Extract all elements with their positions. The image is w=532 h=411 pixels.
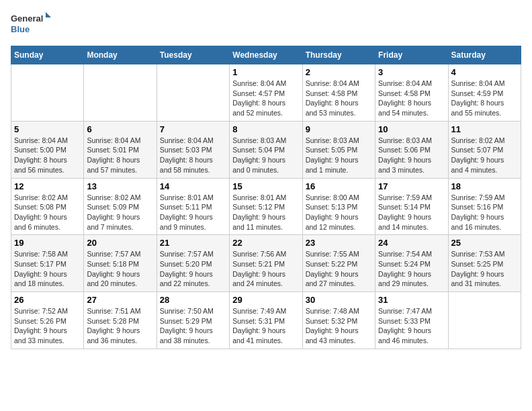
calendar-week-row: 5Sunrise: 8:04 AM Sunset: 5:00 PM Daylig… — [11, 121, 521, 178]
day-info: Sunrise: 7:58 AM Sunset: 5:17 PM Dayligh… — [14, 249, 81, 289]
calendar-cell: 1Sunrise: 8:04 AM Sunset: 4:57 PM Daylig… — [230, 64, 302, 122]
day-number: 23 — [306, 238, 372, 248]
day-info: Sunrise: 8:01 AM Sunset: 5:12 PM Dayligh… — [232, 193, 299, 232]
calendar-cell: 4Sunrise: 8:04 AM Sunset: 4:59 PM Daylig… — [448, 64, 521, 122]
day-info: Sunrise: 7:59 AM Sunset: 5:14 PM Dayligh… — [378, 193, 445, 232]
day-number: 15 — [232, 181, 299, 191]
weekday-header: Monday — [84, 46, 157, 64]
day-info: Sunrise: 8:04 AM Sunset: 4:58 PM Dayligh… — [378, 79, 445, 118]
day-number: 1 — [232, 67, 299, 77]
calendar-cell: 6Sunrise: 8:04 AM Sunset: 5:01 PM Daylig… — [84, 121, 157, 178]
day-number: 5 — [14, 124, 81, 134]
calendar-cell: 5Sunrise: 8:04 AM Sunset: 5:00 PM Daylig… — [11, 121, 84, 178]
day-info: Sunrise: 8:00 AM Sunset: 5:13 PM Dayligh… — [306, 193, 372, 232]
calendar-cell: 30Sunrise: 7:48 AM Sunset: 5:32 PM Dayli… — [302, 292, 375, 349]
day-info: Sunrise: 7:50 AM Sunset: 5:29 PM Dayligh… — [160, 306, 226, 346]
weekday-header: Thursday — [302, 46, 375, 64]
day-number: 17 — [378, 181, 445, 191]
svg-marker-2 — [46, 12, 51, 17]
day-number: 30 — [306, 295, 372, 305]
day-number: 4 — [451, 67, 518, 77]
day-number: 19 — [14, 238, 81, 248]
calendar-cell: 31Sunrise: 7:47 AM Sunset: 5:33 PM Dayli… — [375, 292, 448, 349]
day-info: Sunrise: 8:02 AM Sunset: 5:07 PM Dayligh… — [451, 136, 518, 175]
day-info: Sunrise: 7:47 AM Sunset: 5:33 PM Dayligh… — [378, 306, 445, 346]
calendar-cell: 18Sunrise: 7:59 AM Sunset: 5:16 PM Dayli… — [448, 178, 521, 235]
day-number: 20 — [87, 238, 153, 248]
day-number: 10 — [378, 124, 445, 134]
weekday-header: Wednesday — [230, 46, 302, 64]
calendar-cell: 21Sunrise: 7:57 AM Sunset: 5:20 PM Dayli… — [157, 235, 229, 292]
calendar-week-row: 1Sunrise: 8:04 AM Sunset: 4:57 PM Daylig… — [11, 64, 521, 122]
day-number: 9 — [306, 124, 372, 134]
day-info: Sunrise: 8:04 AM Sunset: 4:57 PM Dayligh… — [232, 79, 299, 118]
day-info: Sunrise: 7:51 AM Sunset: 5:28 PM Dayligh… — [87, 306, 153, 346]
calendar-cell — [11, 64, 84, 122]
weekday-header-row: SundayMondayTuesdayWednesdayThursdayFrid… — [11, 46, 521, 64]
calendar-cell — [157, 64, 229, 122]
day-info: Sunrise: 7:53 AM Sunset: 5:25 PM Dayligh… — [451, 249, 518, 289]
calendar-cell: 28Sunrise: 7:50 AM Sunset: 5:29 PM Dayli… — [157, 292, 229, 349]
svg-text:Blue: Blue — [11, 24, 30, 34]
day-info: Sunrise: 7:57 AM Sunset: 5:18 PM Dayligh… — [87, 249, 153, 289]
day-number: 31 — [378, 295, 445, 305]
weekday-header: Sunday — [11, 46, 84, 64]
day-info: Sunrise: 7:59 AM Sunset: 5:16 PM Dayligh… — [451, 193, 518, 232]
calendar-cell — [84, 64, 157, 122]
day-info: Sunrise: 7:52 AM Sunset: 5:26 PM Dayligh… — [14, 306, 81, 346]
day-number: 13 — [87, 181, 153, 191]
header: General Blue — [11, 11, 521, 38]
calendar-cell: 27Sunrise: 7:51 AM Sunset: 5:28 PM Dayli… — [84, 292, 157, 349]
day-number: 12 — [14, 181, 81, 191]
calendar-cell: 3Sunrise: 8:04 AM Sunset: 4:58 PM Daylig… — [375, 64, 448, 122]
day-number: 29 — [232, 295, 299, 305]
calendar-cell: 10Sunrise: 8:03 AM Sunset: 5:06 PM Dayli… — [375, 121, 448, 178]
calendar-week-row: 26Sunrise: 7:52 AM Sunset: 5:26 PM Dayli… — [11, 292, 521, 349]
svg-text:General: General — [11, 13, 43, 24]
day-number: 24 — [378, 238, 445, 248]
day-info: Sunrise: 8:04 AM Sunset: 5:03 PM Dayligh… — [160, 136, 226, 175]
weekday-header: Tuesday — [157, 46, 229, 64]
day-info: Sunrise: 8:04 AM Sunset: 4:58 PM Dayligh… — [306, 79, 372, 118]
logo: General Blue — [11, 11, 51, 38]
calendar-cell: 11Sunrise: 8:02 AM Sunset: 5:07 PM Dayli… — [448, 121, 521, 178]
day-number: 28 — [160, 295, 226, 305]
day-info: Sunrise: 7:49 AM Sunset: 5:31 PM Dayligh… — [232, 306, 299, 346]
day-number: 26 — [14, 295, 81, 305]
calendar-cell: 22Sunrise: 7:56 AM Sunset: 5:21 PM Dayli… — [230, 235, 302, 292]
calendar-cell: 9Sunrise: 8:03 AM Sunset: 5:05 PM Daylig… — [302, 121, 375, 178]
calendar-cell: 16Sunrise: 8:00 AM Sunset: 5:13 PM Dayli… — [302, 178, 375, 235]
weekday-header: Saturday — [448, 46, 521, 64]
calendar-cell: 20Sunrise: 7:57 AM Sunset: 5:18 PM Dayli… — [84, 235, 157, 292]
calendar-week-row: 19Sunrise: 7:58 AM Sunset: 5:17 PM Dayli… — [11, 235, 521, 292]
calendar-cell: 2Sunrise: 8:04 AM Sunset: 4:58 PM Daylig… — [302, 64, 375, 122]
day-number: 22 — [232, 238, 299, 248]
calendar-cell: 14Sunrise: 8:01 AM Sunset: 5:11 PM Dayli… — [157, 178, 229, 235]
day-number: 6 — [87, 124, 153, 134]
day-number: 7 — [160, 124, 226, 134]
calendar-week-row: 12Sunrise: 8:02 AM Sunset: 5:08 PM Dayli… — [11, 178, 521, 235]
weekday-header: Friday — [375, 46, 448, 64]
day-number: 2 — [306, 67, 372, 77]
day-info: Sunrise: 7:48 AM Sunset: 5:32 PM Dayligh… — [306, 306, 372, 346]
day-info: Sunrise: 8:04 AM Sunset: 5:01 PM Dayligh… — [87, 136, 153, 175]
calendar-cell — [448, 292, 521, 349]
day-number: 11 — [451, 124, 518, 134]
day-info: Sunrise: 8:04 AM Sunset: 5:00 PM Dayligh… — [14, 136, 81, 175]
day-number: 8 — [232, 124, 299, 134]
calendar-cell: 8Sunrise: 8:03 AM Sunset: 5:04 PM Daylig… — [230, 121, 302, 178]
day-number: 16 — [306, 181, 372, 191]
calendar-cell: 25Sunrise: 7:53 AM Sunset: 5:25 PM Dayli… — [448, 235, 521, 292]
day-number: 27 — [87, 295, 153, 305]
calendar-cell: 13Sunrise: 8:02 AM Sunset: 5:09 PM Dayli… — [84, 178, 157, 235]
day-info: Sunrise: 7:55 AM Sunset: 5:22 PM Dayligh… — [306, 249, 372, 289]
calendar: SundayMondayTuesdayWednesdayThursdayFrid… — [11, 46, 521, 349]
calendar-cell: 24Sunrise: 7:54 AM Sunset: 5:24 PM Dayli… — [375, 235, 448, 292]
calendar-cell: 15Sunrise: 8:01 AM Sunset: 5:12 PM Dayli… — [230, 178, 302, 235]
day-number: 21 — [160, 238, 226, 248]
day-info: Sunrise: 8:03 AM Sunset: 5:04 PM Dayligh… — [232, 136, 299, 175]
calendar-cell: 29Sunrise: 7:49 AM Sunset: 5:31 PM Dayli… — [230, 292, 302, 349]
day-info: Sunrise: 8:02 AM Sunset: 5:09 PM Dayligh… — [87, 193, 153, 232]
day-info: Sunrise: 7:56 AM Sunset: 5:21 PM Dayligh… — [232, 249, 299, 289]
day-number: 25 — [451, 238, 518, 248]
